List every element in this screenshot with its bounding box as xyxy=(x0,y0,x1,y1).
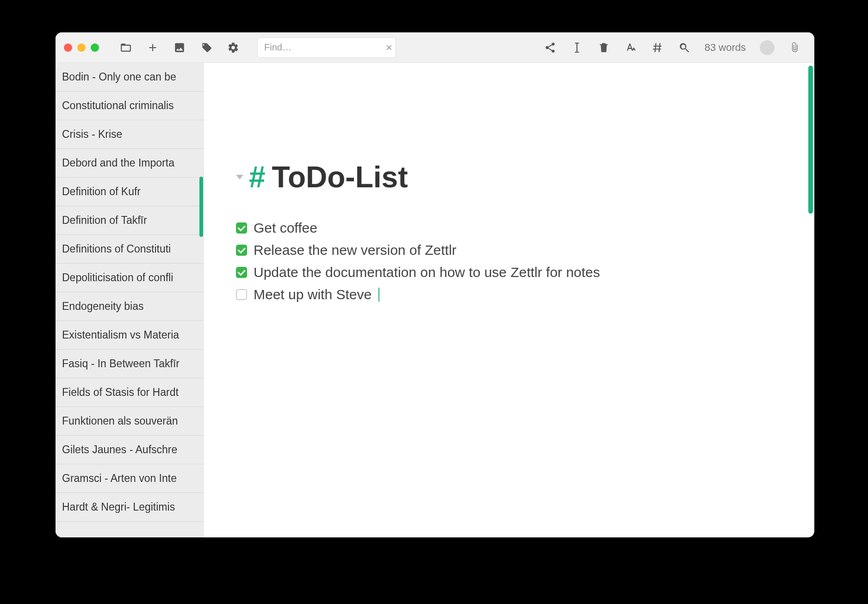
settings-button[interactable] xyxy=(222,37,244,59)
fold-caret-icon[interactable] xyxy=(236,175,243,179)
sidebar-item[interactable]: Definition of Kufr xyxy=(56,178,203,206)
hashtag-button[interactable] xyxy=(646,37,669,59)
file-list: Bodin - Only one can beConstitutional cr… xyxy=(56,63,204,537)
delete-button[interactable] xyxy=(593,37,615,59)
sidebar-item[interactable]: Hardt & Negri- Legitimis xyxy=(56,493,203,522)
task-item: Meet up with Steve xyxy=(236,287,782,302)
close-window-button[interactable] xyxy=(64,43,72,52)
paperclip-icon xyxy=(789,42,801,54)
minimize-window-button[interactable] xyxy=(77,43,86,52)
task-text[interactable]: Meet up with Steve xyxy=(254,287,372,302)
checkbox-checked-icon[interactable] xyxy=(236,267,247,278)
toolbar: × 83 words xyxy=(56,32,814,63)
window-controls xyxy=(64,43,99,52)
sidebar-item[interactable]: Fields of Stasis for Hardt xyxy=(56,378,203,407)
checkbox-checked-icon[interactable] xyxy=(236,245,247,256)
sidebar-item[interactable]: Fasiq - In Between Takfīr xyxy=(56,350,203,378)
hashtag-icon xyxy=(651,42,663,54)
font-button[interactable] xyxy=(620,37,642,59)
font-icon xyxy=(625,42,637,54)
heading-hash: # xyxy=(249,160,266,194)
sidebar-item[interactable]: Existentialism vs Materia xyxy=(56,321,203,350)
task-item: Release the new version of Zettlr xyxy=(236,242,782,258)
sidebar-item[interactable]: Crisis - Krise xyxy=(56,120,203,149)
gear-icon xyxy=(227,42,239,54)
sidebar-item[interactable]: Funktionen als souverän xyxy=(56,407,203,436)
zoom-window-button[interactable] xyxy=(91,43,99,52)
avatar[interactable] xyxy=(760,40,775,55)
sidebar-item[interactable]: Definitions of Constituti xyxy=(56,235,203,264)
sidebar-item[interactable]: Gilets Jaunes - Aufschre xyxy=(56,436,203,464)
text-cursor-button[interactable] xyxy=(566,37,588,59)
editor-scroll-indicator[interactable] xyxy=(808,66,813,214)
share-button[interactable] xyxy=(539,37,561,59)
sidebar-item[interactable]: Depoliticisation of confli xyxy=(56,264,203,292)
task-item: Update the documentation on how to use Z… xyxy=(236,265,782,280)
text-cursor xyxy=(378,288,379,302)
app-window: × 83 words Bodin - Only one can beConsti xyxy=(56,32,814,537)
image-icon xyxy=(174,42,186,54)
task-text[interactable]: Update the documentation on how to use Z… xyxy=(254,265,600,280)
checkbox-checked-icon[interactable] xyxy=(236,222,247,234)
find-box[interactable]: × xyxy=(257,37,396,58)
task-text[interactable]: Release the new version of Zettlr xyxy=(254,242,457,258)
attach-button[interactable] xyxy=(784,37,806,59)
sidebar-item[interactable]: Gramsci - Arten von Inte xyxy=(56,464,203,493)
sidebar-item[interactable]: Endogeneity bias xyxy=(56,292,203,321)
text-cursor-icon xyxy=(571,42,583,54)
image-button[interactable] xyxy=(168,37,191,59)
body: Bodin - Only one can beConstitutional cr… xyxy=(56,63,814,537)
plus-icon xyxy=(147,42,159,54)
task-text[interactable]: Get coffee xyxy=(254,220,317,236)
task-item: Get coffee xyxy=(236,220,782,236)
search-button[interactable] xyxy=(673,37,695,59)
word-count: 83 words xyxy=(700,42,750,54)
sidebar-item[interactable]: Bodin - Only one can be xyxy=(56,63,203,92)
folder-open-icon xyxy=(120,42,132,54)
heading-row: # ToDo-List xyxy=(236,160,782,194)
sidebar-item[interactable]: Definition of Takfīr xyxy=(56,206,203,235)
open-folder-button[interactable] xyxy=(115,37,137,59)
sidebar-scroll-indicator[interactable] xyxy=(199,177,203,237)
editor[interactable]: # ToDo-List Get coffeeRelease the new ve… xyxy=(204,63,814,537)
search-icon xyxy=(678,42,690,54)
sidebar-item[interactable]: Debord and the Importa xyxy=(56,149,203,178)
trash-icon xyxy=(598,42,610,54)
document-title: ToDo-List xyxy=(272,160,408,194)
checkbox-unchecked-icon[interactable] xyxy=(236,289,247,300)
tags-button[interactable] xyxy=(195,37,217,59)
tags-icon xyxy=(200,42,212,54)
clear-find-button[interactable]: × xyxy=(381,41,392,54)
share-icon xyxy=(544,42,556,54)
sidebar-item[interactable]: Constitutional criminalis xyxy=(56,92,203,120)
add-button[interactable] xyxy=(142,37,164,59)
find-input[interactable] xyxy=(264,42,381,53)
